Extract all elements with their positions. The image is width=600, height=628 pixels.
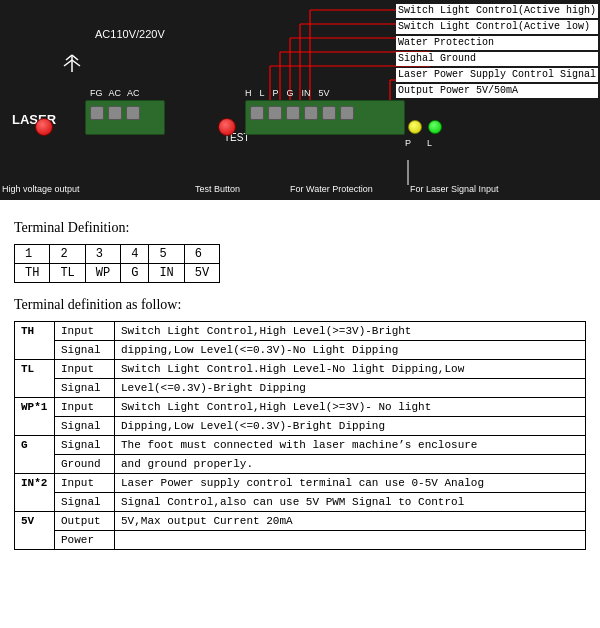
screw xyxy=(286,106,300,120)
value-g: G xyxy=(121,264,149,283)
bottom-label-high-voltage: High voltage output xyxy=(2,184,80,194)
section1-title: Terminal Definition: xyxy=(14,220,586,236)
terminal-screws-right xyxy=(246,101,404,125)
screw xyxy=(268,106,282,120)
svg-line-14 xyxy=(72,55,78,60)
desc-cell: 5V,Max output Current 20mA xyxy=(115,512,586,531)
desc-cell: Laser Power supply control terminal can … xyxy=(115,474,586,493)
label-ground: Sighal Ground xyxy=(396,52,598,66)
table-row: WP*1InputSwitch Light Control,High Level… xyxy=(15,398,586,417)
header-4: 4 xyxy=(121,245,149,264)
table-row: SignalLevel(<=0.3V)-Bright Dipping xyxy=(15,379,586,398)
terminal-block-right xyxy=(245,100,405,135)
header-5: 5 xyxy=(149,245,184,264)
table-row: IN*2InputLaser Power supply control term… xyxy=(15,474,586,493)
desc-cell xyxy=(115,531,586,550)
screw xyxy=(108,106,122,120)
label-output-power: Output Power 5V/50mA xyxy=(396,84,598,98)
type-cell: Input xyxy=(55,360,115,379)
led-red-left xyxy=(35,118,53,136)
terminal-fg: FG xyxy=(90,88,103,98)
svg-line-16 xyxy=(72,60,80,66)
label-switch-high: Switch Light Control(Active high) xyxy=(396,4,598,18)
terminal-labels-left: FG AC AC xyxy=(90,88,140,98)
type-cell: Signal xyxy=(55,493,115,512)
bottom-label-water-protection: For Water Protection xyxy=(290,184,373,194)
svg-line-15 xyxy=(64,60,72,66)
terminal-5v: 5V xyxy=(319,88,330,98)
value-th: TH xyxy=(15,264,50,283)
desc-cell: Switch Light Control,High Level(>=3V)- N… xyxy=(115,398,586,417)
table-row: Signaldipping,Low Level(<=0.3V)-No Light… xyxy=(15,341,586,360)
definition-table: THInputSwitch Light Control,High Level(>… xyxy=(14,321,586,550)
bottom-label-laser-signal: For Laser Signal Input xyxy=(410,184,499,194)
screw xyxy=(322,106,336,120)
screw xyxy=(340,106,354,120)
terminal-labels-right: H L P G IN 5V xyxy=(245,88,330,98)
term-cell: G xyxy=(15,436,55,474)
desc-cell: dipping,Low Level(<=0.3V)-No Light Dippi… xyxy=(115,341,586,360)
led-green-l xyxy=(428,120,442,134)
table-row: GSignalThe foot must connected with lase… xyxy=(15,436,586,455)
table-row: THInputSwitch Light Control,High Level(>… xyxy=(15,322,586,341)
desc-cell: The foot must connected with laser machi… xyxy=(115,436,586,455)
table-row: SignalDipping,Low Level(<=0.3V)-Bright D… xyxy=(15,417,586,436)
desc-cell: Dipping,Low Level(<=0.3V)-Bright Dipping xyxy=(115,417,586,436)
table-header-row: 1 2 3 4 5 6 xyxy=(15,245,220,264)
term-cell: TL xyxy=(15,360,55,398)
label-switch-low: Switch Light Control(Active low) xyxy=(396,20,598,34)
terminal-ac2: AC xyxy=(127,88,140,98)
desc-cell: and ground properly. xyxy=(115,455,586,474)
table-row: SignalSignal Control,also can use 5V PWM… xyxy=(15,493,586,512)
screw xyxy=(126,106,140,120)
desc-cell: Signal Control,also can use 5V PWM Signa… xyxy=(115,493,586,512)
p-label: P xyxy=(405,138,411,148)
term-cell: 5V xyxy=(15,512,55,550)
table-row: 5VOutput5V,Max output Current 20mA xyxy=(15,512,586,531)
type-cell: Power xyxy=(55,531,115,550)
ac-voltage-label: AC110V/220V xyxy=(95,28,165,40)
type-cell: Input xyxy=(55,322,115,341)
terminal-in: IN xyxy=(302,88,311,98)
type-cell: Ground xyxy=(55,455,115,474)
definition-table-body: THInputSwitch Light Control,High Level(>… xyxy=(15,322,586,550)
value-tl: TL xyxy=(50,264,85,283)
screw xyxy=(90,106,104,120)
section2-title: Terminal definition as follow: xyxy=(14,297,586,313)
value-wp: WP xyxy=(85,264,120,283)
device-panel: AC110V/220V LASER TEST FG AC AC H L P G xyxy=(0,0,600,200)
label-water: Water Protection xyxy=(396,36,598,50)
terminal-h: H xyxy=(245,88,252,98)
screw xyxy=(304,106,318,120)
value-in: IN xyxy=(149,264,184,283)
l-label: L xyxy=(427,138,432,148)
led-red-test xyxy=(218,118,236,136)
type-cell: Signal xyxy=(55,417,115,436)
right-label-list: Switch Light Control(Active high) Switch… xyxy=(396,4,598,98)
table-value-row: TH TL WP G IN 5V xyxy=(15,264,220,283)
label-laser-power: Laser Power Supply Control Signal xyxy=(396,68,598,82)
table-row: Power xyxy=(15,531,586,550)
desc-cell: Level(<=0.3V)-Bright Dipping xyxy=(115,379,586,398)
terminal-definition-table: 1 2 3 4 5 6 TH TL WP G IN 5V xyxy=(14,244,220,283)
header-3: 3 xyxy=(85,245,120,264)
screw xyxy=(250,106,264,120)
led-yellow-p xyxy=(408,120,422,134)
content-area: Terminal Definition: 1 2 3 4 5 6 TH TL W… xyxy=(0,200,600,560)
table-row: TLInputSwitch Light Control.High Level-N… xyxy=(15,360,586,379)
type-cell: Input xyxy=(55,474,115,493)
pl-labels: P L xyxy=(405,138,432,148)
terminal-block-left xyxy=(85,100,165,135)
svg-line-13 xyxy=(66,55,72,60)
type-cell: Output xyxy=(55,512,115,531)
header-1: 1 xyxy=(15,245,50,264)
terminal-screws-left xyxy=(86,101,164,125)
value-5v: 5V xyxy=(184,264,219,283)
type-cell: Signal xyxy=(55,379,115,398)
terminal-g: G xyxy=(287,88,294,98)
header-6: 6 xyxy=(184,245,219,264)
desc-cell: Switch Light Control.High Level-No light… xyxy=(115,360,586,379)
type-cell: Signal xyxy=(55,436,115,455)
desc-cell: Switch Light Control,High Level(>=3V)-Br… xyxy=(115,322,586,341)
bottom-label-test-button: Test Button xyxy=(195,184,240,194)
